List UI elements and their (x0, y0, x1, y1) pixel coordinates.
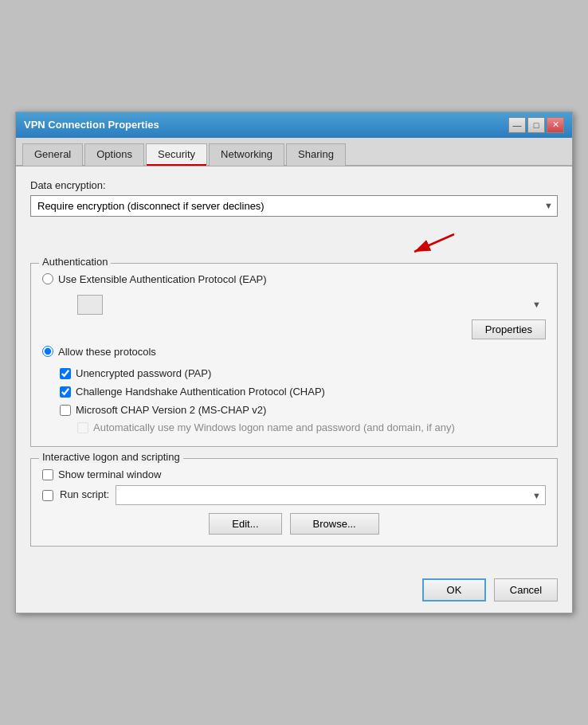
allow-protocols-radio[interactable] (42, 346, 53, 357)
mschap-checkbox[interactable] (60, 405, 71, 416)
auto-logon-label: Automatically use my Windows logon name … (93, 421, 455, 435)
data-encryption-label: Data encryption: (30, 179, 558, 191)
eap-label: Use Extensible Authentication Protocol (… (58, 273, 267, 285)
chap-label: Challenge Handshake Authentication Proto… (76, 386, 325, 399)
run-script-checkbox[interactable] (42, 490, 53, 501)
eap-dropdown[interactable] (77, 295, 103, 315)
properties-button-row: Properties (77, 319, 546, 339)
show-terminal-checkbox[interactable] (42, 469, 53, 480)
browse-button[interactable]: Browse... (290, 513, 379, 535)
tab-active-indicator (147, 164, 206, 166)
data-encryption-dropdown-wrapper: Require encryption (disconnect if server… (30, 195, 558, 217)
eap-dropdown-row: ▼ (77, 295, 546, 315)
content-area: Data encryption: Require encryption (dis… (16, 167, 572, 570)
tab-general[interactable]: General (22, 143, 83, 166)
chap-checkbox-row: Challenge Handshake Authentication Proto… (60, 386, 546, 399)
eap-radio[interactable] (42, 273, 53, 284)
interactive-logon-legend: Interactive logon and scripting (39, 451, 183, 463)
mschap-checkbox-row: Microsoft CHAP Version 2 (MS-CHAP v2) (60, 404, 546, 417)
run-script-dropdown[interactable] (116, 485, 546, 505)
authentication-radio-group: Use Extensible Authentication Protocol (… (42, 273, 546, 436)
run-script-row: Run script: ▼ (42, 485, 546, 505)
interactive-logon-group: Interactive logon and scripting Show ter… (30, 458, 558, 547)
red-arrow-annotation (367, 228, 462, 260)
tab-options[interactable]: Options (84, 143, 144, 166)
auto-logon-checkbox[interactable] (77, 422, 88, 433)
show-terminal-row: Show terminal window (42, 468, 546, 482)
properties-button[interactable]: Properties (472, 319, 546, 339)
show-terminal-label: Show terminal window (58, 468, 161, 482)
tab-networking[interactable]: Networking (209, 143, 284, 166)
annotation-arrow-container (30, 228, 558, 260)
tab-bar: General Options Security Networking Shar… (16, 138, 572, 167)
edit-button[interactable]: Edit... (209, 513, 281, 535)
pap-checkbox-row: Unencrypted password (PAP) (60, 367, 546, 381)
restore-button[interactable]: □ (527, 117, 545, 133)
protocols-checkbox-group: Unencrypted password (PAP) Challenge Han… (60, 367, 546, 436)
pap-label: Unencrypted password (PAP) (76, 367, 211, 381)
tab-sharing[interactable]: Sharing (286, 143, 346, 166)
eap-dropdown-wrapper: ▼ (77, 295, 546, 315)
data-encryption-dropdown[interactable]: Require encryption (disconnect if server… (30, 195, 558, 217)
title-bar-buttons: — □ ✕ (508, 117, 564, 133)
minimize-button[interactable]: — (508, 117, 526, 133)
title-bar: VPN Connection Properties — □ ✕ (16, 112, 572, 138)
eap-radio-row: Use Extensible Authentication Protocol (… (42, 273, 546, 285)
mschap-label: Microsoft CHAP Version 2 (MS-CHAP v2) (76, 404, 266, 417)
title-bar-text: VPN Connection Properties (24, 119, 159, 131)
eap-controls: ▼ Properties (60, 292, 546, 339)
footer: OK Cancel (16, 570, 572, 613)
svg-line-1 (414, 234, 454, 252)
dialog-window: VPN Connection Properties — □ ✕ General … (15, 112, 573, 613)
run-script-label: Run script: (60, 488, 109, 502)
allow-protocols-label: Allow these protocols (58, 346, 156, 358)
auto-logon-checkbox-row: Automatically use my Windows logon name … (77, 421, 546, 435)
pap-checkbox[interactable] (60, 368, 71, 379)
ok-button[interactable]: OK (422, 578, 486, 602)
run-script-dropdown-wrapper: ▼ (116, 485, 546, 505)
authentication-group: Authentication Use Extensible Authentica… (30, 263, 558, 448)
allow-protocols-radio-row: Allow these protocols (42, 346, 546, 358)
eap-dropdown-arrow-icon: ▼ (532, 300, 541, 309)
chap-checkbox[interactable] (60, 386, 71, 398)
tab-security[interactable]: Security (146, 143, 207, 166)
authentication-legend: Authentication (39, 256, 111, 268)
edit-browse-row: Edit... Browse... (42, 513, 546, 535)
close-button[interactable]: ✕ (547, 117, 564, 133)
cancel-button[interactable]: Cancel (494, 578, 558, 602)
